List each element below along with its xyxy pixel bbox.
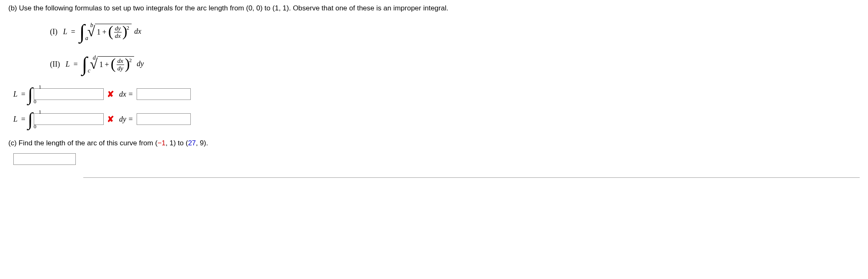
sqrt-expression: √ 1 + ( dx dy ) 2 <box>90 56 135 72</box>
one: 1 <box>99 60 103 69</box>
formula-1: (I) L = ∫ b a √ 1 + ( dy dx ) 2 dx <box>50 19 860 44</box>
exponent: 2 <box>129 57 132 64</box>
eq: = <box>21 90 25 98</box>
p2-close: , 9) <box>196 139 206 147</box>
result-dy-input[interactable] <box>137 113 191 125</box>
part-c-pre: Find the length of the arc of this curve… <box>19 139 155 147</box>
part-b-prompt: (b) Use the following formulas to set up… <box>8 4 860 12</box>
numerator: dy <box>114 25 122 32</box>
part-b-text: Use the following formulas to set up two… <box>19 4 449 12</box>
formula-1-var: L <box>63 27 67 36</box>
part-c-post: . <box>206 139 208 147</box>
radical-icon: √ <box>87 24 95 40</box>
result-dx-input[interactable] <box>137 88 191 100</box>
integral-sign-icon: ∫ 1 0 <box>28 109 33 130</box>
part-c-answer-input[interactable] <box>13 153 76 165</box>
denominator: dy <box>117 65 124 72</box>
part-b-label: (b) <box>8 4 17 12</box>
integrand-dy-input[interactable] <box>34 113 104 125</box>
wrong-icon: ✘ <box>107 114 114 124</box>
exponent: 2 <box>127 25 130 31</box>
integrand-dx-input[interactable] <box>34 88 104 100</box>
part-c-mid: to <box>178 139 186 147</box>
upper-limit: 1 <box>39 109 42 115</box>
differential: dy <box>137 60 144 68</box>
part-c-prompt: (c) Find the length of the arc of this c… <box>8 139 860 147</box>
L-var: L <box>13 115 17 123</box>
integral-sign-icon: ∫ d c <box>82 56 87 72</box>
dy-equals: dy = <box>119 115 133 124</box>
formula-1-label: (I) <box>50 27 57 36</box>
upper-limit: 1 <box>39 84 42 90</box>
integral-sign-icon: ∫ 1 0 <box>28 84 33 105</box>
part-c-label: (c) <box>8 139 17 147</box>
integral-1: ∫ b a √ 1 + ( dy dx ) 2 dx <box>80 24 142 40</box>
formula-1-eq: = <box>71 27 75 36</box>
formula-2: (II) L = ∫ d c √ 1 + ( dx dy ) 2 dy <box>50 52 860 77</box>
p2-num: 27 <box>188 139 196 147</box>
denominator: dx <box>114 32 122 40</box>
formula-2-label: (II) <box>50 60 60 68</box>
integral-sign-icon: ∫ b a <box>80 24 85 40</box>
dx-equals: dx = <box>119 90 133 99</box>
formula-2-var: L <box>65 60 70 68</box>
open-paren-icon: ( <box>111 58 116 70</box>
integral-2: ∫ d c √ 1 + ( dx dy ) 2 dy <box>82 56 144 72</box>
differential: dx <box>134 27 141 36</box>
eq: = <box>21 115 25 123</box>
fraction: dy dx <box>114 25 122 39</box>
plus: + <box>102 28 106 37</box>
sqrt-expression: √ 1 + ( dy dx ) 2 <box>87 24 132 40</box>
answer-row-dx: L = ∫ 1 0 ✘ dx = <box>13 84 860 104</box>
p1-num: −1 <box>157 139 165 147</box>
fraction: dx dy <box>117 57 124 72</box>
open-paren-icon: ( <box>108 25 113 37</box>
divider <box>83 177 860 178</box>
numerator: dx <box>117 57 124 65</box>
lower-limit: 0 <box>34 98 37 105</box>
L-var: L <box>13 90 17 98</box>
formula-2-eq: = <box>74 60 78 68</box>
one: 1 <box>97 28 100 37</box>
radical-icon: √ <box>90 56 98 72</box>
lower-limit: 0 <box>34 123 37 130</box>
plus: + <box>105 60 109 69</box>
answer-row-dy: L = ∫ 1 0 ✘ dy = <box>13 109 860 129</box>
p1-close: , 1) <box>166 139 176 147</box>
wrong-icon: ✘ <box>107 89 114 99</box>
